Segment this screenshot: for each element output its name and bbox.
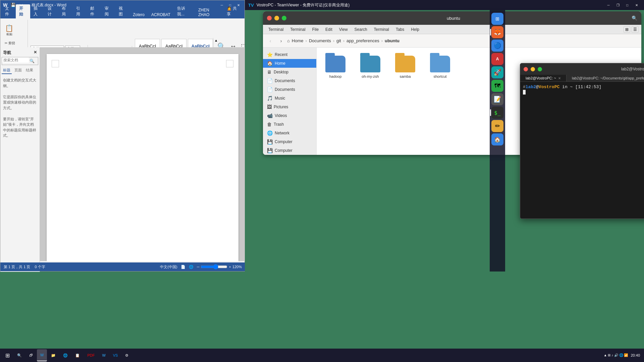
sidebar-item-recent[interactable]: ⭐ Recent (263, 50, 316, 59)
back-button[interactable]: ‹ (266, 36, 275, 46)
tab-file[interactable]: 文件 (2, 4, 16, 18)
list-view-button[interactable]: ☰ (632, 26, 639, 33)
menu-file[interactable]: File (310, 26, 321, 33)
terminal-tab-1-close[interactable]: ✕ (558, 76, 561, 80)
zoom-in-button[interactable]: + (229, 265, 231, 269)
dock-icon-firefox[interactable]: 🦊 (491, 26, 503, 38)
tab-tellme[interactable]: 告诉我... (174, 4, 195, 18)
nav-tab-results[interactable]: 结果 (24, 67, 35, 74)
taskbar-explorer[interactable]: 📁 (48, 349, 59, 361)
taskbar-word[interactable]: W (37, 349, 47, 361)
tab-review[interactable]: 审阅 (101, 4, 115, 18)
file-item-shortcut[interactable]: shortcut (427, 53, 453, 81)
tab-view[interactable]: 视图 (115, 4, 129, 18)
nautilus-search-icon[interactable]: 🔍 (632, 15, 637, 21)
document-page[interactable] (47, 54, 238, 261)
sidebar-item-trash[interactable]: 🗑 Trash (263, 120, 316, 129)
paste-button[interactable]: 📋 粘贴 (4, 20, 15, 40)
sidebar-item-pictures[interactable]: 🖼 Pictures (263, 103, 316, 111)
path-item-app-preferences[interactable]: app_preferences (345, 38, 381, 44)
tv-close-button[interactable]: ✕ (633, 2, 641, 8)
terminal-minimize-button[interactable] (531, 67, 535, 71)
menu-tabs[interactable]: Tabs (393, 26, 407, 33)
sidebar-item-documents[interactable]: 📄 Documents (263, 76, 316, 85)
file-item-oh-my-zsh[interactable]: oh-my-zsh (357, 53, 384, 81)
taskbar-task-view[interactable]: 🗗 (26, 349, 36, 361)
terminal-maximize-button[interactable] (538, 67, 542, 71)
menu-view[interactable]: View (336, 26, 351, 33)
terminal-body[interactable]: # lab2 @ VostroPC in ~ [11:42:53] (520, 82, 644, 219)
tab-home[interactable]: 开始 (16, 4, 30, 18)
view-normal-button[interactable]: 📄 (181, 265, 185, 269)
path-item-git[interactable]: git (335, 38, 342, 44)
tab-acrobat[interactable]: ACROBAT (148, 11, 174, 18)
nav-search-button[interactable]: 🔍 (29, 58, 35, 64)
dock-icon-rocket[interactable]: 🚀 (491, 66, 503, 78)
menu-edit[interactable]: Edit (323, 26, 335, 33)
nautilus-titlebar: ubuntu 🔍 (263, 11, 641, 25)
sidebar-item-network[interactable]: 🌐 Network (263, 129, 316, 137)
tab-zotero[interactable]: Zotero (129, 11, 148, 18)
nautilus-close-button[interactable] (267, 16, 272, 20)
terminal-tab-2[interactable]: lab2@VostroPC: ~/Documents/git/app_prefe… (567, 75, 644, 81)
taskbar-app2[interactable]: ⚙ (122, 349, 132, 361)
sidebar-item-computer[interactable]: 💾 Computer (263, 137, 316, 146)
zoom-out-button[interactable]: ─ (197, 265, 200, 269)
sidebar-item-home[interactable]: 🏠 Home (263, 59, 316, 68)
dock-icon-terminal[interactable]: $_ (491, 107, 503, 119)
sidebar-item-desktop[interactable]: 🖥 Desktop (263, 68, 316, 76)
sidebar-item-documents2[interactable]: 📄 Documents (263, 85, 316, 94)
tab-insert[interactable]: 插入 (30, 4, 44, 18)
menu-search[interactable]: Search (352, 26, 370, 33)
taskbar-pdf[interactable]: PDF (84, 349, 98, 361)
dock-icon-activities[interactable]: ⊞ (491, 13, 503, 25)
cut-button[interactable]: ✂ 剪切 (4, 41, 20, 46)
nautilus-minimize-button[interactable] (274, 16, 279, 20)
file-item-samba[interactable]: samba (392, 53, 419, 81)
tab-layout[interactable]: 布局 (58, 4, 72, 18)
nautilus-maximize-button[interactable] (282, 16, 286, 20)
taskbar-firefox[interactable]: 🌐 (60, 349, 71, 361)
dock-icon-maps[interactable]: 🗺 (491, 80, 503, 92)
file-item-hadoop[interactable]: hadoop (322, 53, 349, 81)
nav-close-button[interactable]: ✕ (34, 50, 37, 56)
zoom-slider-input[interactable] (201, 264, 227, 269)
nav-tab-pages[interactable]: 页面 (13, 67, 23, 74)
sidebar-item-videos[interactable]: 📹 Videos (263, 111, 316, 120)
menu-terminal[interactable]: Terminal (266, 26, 286, 33)
sidebar-item-music[interactable]: 🎵 Music (263, 94, 316, 103)
language-indicator[interactable]: 中文(中国) (160, 264, 177, 269)
tab-references[interactable]: 引用 (73, 4, 87, 18)
sidebar-item-computer2[interactable]: 💾 Computer (263, 146, 316, 155)
tab-design[interactable]: 设计 (44, 4, 58, 18)
tv-maximize-button[interactable]: □ (623, 2, 631, 8)
terminal-close-button[interactable] (524, 67, 528, 71)
taskbar-vscode[interactable]: VS (110, 349, 121, 361)
dock-icon-home[interactable]: 🏠 (491, 133, 503, 145)
tab-share[interactable]: 🙍 共享 (223, 4, 243, 18)
terminal-tab-2-label: lab2@VostroPC: ~/Documents/git/app_prefe… (572, 76, 644, 80)
tab-mailing[interactable]: 邮件 (87, 4, 101, 18)
grid-view-button[interactable]: ⊞ (624, 26, 630, 33)
path-item-home[interactable]: Home (290, 38, 305, 44)
nav-search-input[interactable] (2, 57, 29, 63)
taskbar-search[interactable]: 🔍 (14, 349, 25, 361)
menu-terminal3[interactable]: Terminal (371, 26, 392, 33)
menu-terminal2[interactable]: Terminal (287, 26, 308, 33)
start-button[interactable]: ⊞ (2, 349, 13, 361)
forward-button[interactable]: › (276, 36, 286, 46)
dock-icon-chromium[interactable]: 🔵 (491, 40, 503, 52)
nav-tab-headings[interactable]: 标题 (2, 67, 12, 74)
path-item-documents[interactable]: Documents (308, 38, 332, 44)
tv-minimize-button[interactable]: ─ (604, 2, 612, 8)
view-web-button[interactable]: 🌐 (189, 265, 194, 269)
path-item-ubuntu[interactable]: ubuntu (383, 38, 401, 44)
tv-restore-button[interactable]: ❐ (614, 2, 622, 8)
dock-icon-text-editor[interactable]: 📝 (491, 93, 503, 105)
menu-help[interactable]: Help (408, 26, 422, 33)
dock-icon-libreoffice[interactable]: A (491, 53, 503, 65)
terminal-tab-1[interactable]: lab2@VostroPC: ~ ✕ (520, 75, 567, 81)
taskbar-app1[interactable]: 📋 (72, 349, 83, 361)
dock-icon-editor2[interactable]: ✏ (491, 120, 503, 132)
taskbar-word2[interactable]: W (99, 349, 109, 361)
